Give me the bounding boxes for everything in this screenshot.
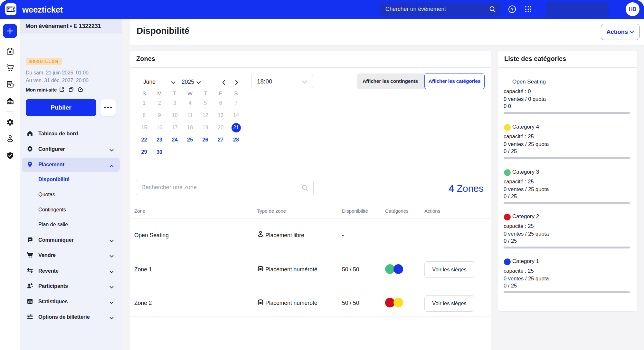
svg-text:?: ? (511, 7, 514, 12)
